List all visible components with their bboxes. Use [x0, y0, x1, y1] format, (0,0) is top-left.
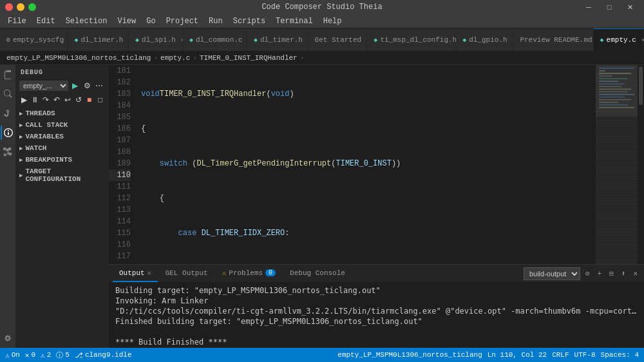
activity-search[interactable] — [1, 87, 15, 101]
tab-readme[interactable]: Preview README.md ✕ — [513, 28, 593, 51]
sidebar-target-header[interactable]: ▶ TARGET CONFIGURATION — [15, 166, 109, 184]
sidebar-variables-header[interactable]: ▶ VARIABLES — [15, 131, 109, 142]
activity-settings[interactable] — [1, 331, 15, 345]
scroll-thumb[interactable] — [639, 66, 643, 105]
status-git[interactable]: ⎇ clang9.idle — [75, 351, 132, 359]
status-errors[interactable]: ✕ 0 — [25, 351, 35, 359]
output-source-select[interactable]: build-output — [524, 267, 580, 280]
terminal-tab-problems[interactable]: ⚠ Problems 0 — [216, 265, 282, 282]
debug-continue-btn[interactable]: ▶ — [19, 94, 29, 106]
terminal-new-btn[interactable]: + — [595, 269, 605, 279]
debug-pause-btn[interactable]: ⏸ — [30, 94, 40, 106]
status-encoding[interactable]: UTF-8 — [574, 351, 596, 359]
tab-dl-spi[interactable]: ◆ dl_spi.h ✕ — [129, 28, 183, 51]
code-line-183: switch (DL_TimerG_getPendingInterrupt(TI… — [141, 158, 596, 169]
status-file-project[interactable]: empty_LP_MSPM0L1306_nortos_ticlang — [337, 351, 482, 359]
breadcrumb-item-2[interactable]: empty.c — [160, 54, 190, 62]
terminal-tab-output[interactable]: Output ✕ — [113, 265, 158, 282]
activity-explorer[interactable] — [1, 68, 15, 82]
threads-arrow-icon: ▶ — [19, 110, 23, 117]
terminal-close-btn[interactable]: ✕ — [630, 268, 640, 279]
debug-restart-btn[interactable]: ↺ — [73, 94, 83, 106]
tab-label: Get Started — [315, 36, 362, 44]
menu-scripts[interactable]: Scripts — [228, 15, 270, 27]
tab-empty-syscfg[interactable]: ⚙ empty_syscfg ✕ — [0, 28, 68, 51]
activity-debug[interactable] — [1, 126, 15, 140]
menu-run[interactable]: Run — [204, 15, 228, 27]
vertical-scrollbar[interactable] — [638, 65, 644, 264]
code-content[interactable]: void TIMER_0_INST_IRQHandler(void) { swi… — [135, 65, 596, 264]
sidebar-callstack-header[interactable]: ▶ CALL STACK — [15, 120, 109, 130]
build-line-5 — [115, 327, 638, 337]
tab-ti-msp[interactable]: ◆ ti_msp_dl_config.h ✕ — [367, 28, 456, 51]
status-info[interactable]: ⓘ 5 — [56, 350, 70, 360]
breadcrumb-item-1[interactable]: empty_LP_MSPM0L1306_nortos_ticlang — [6, 54, 151, 62]
sidebar-title: DEBUG — [15, 65, 109, 79]
debug-settings-btn[interactable]: ⚙ — [82, 80, 93, 91]
debug-more-btn[interactable]: ⋯ — [94, 80, 105, 91]
terminal-tab-debug-console[interactable]: Debug Console — [283, 265, 352, 282]
code-editor[interactable]: 181 182 183 184 185 186 187 188 189 110 … — [109, 65, 644, 264]
menu-project[interactable]: Project — [161, 15, 204, 27]
git-icon: ⎇ — [75, 351, 83, 359]
debug-step-over-btn[interactable]: ↷ — [41, 94, 51, 106]
status-debug[interactable]: ⚠ On — [5, 351, 20, 359]
activity-source-control[interactable] — [1, 106, 15, 120]
minimap-content — [596, 65, 638, 264]
tab-empty-c[interactable]: ◆ empty.c ✕ — [594, 28, 644, 51]
debug-console-tab-label: Debug Console — [290, 269, 345, 277]
editor-area: 181 182 183 184 185 186 187 188 189 110 … — [109, 65, 644, 348]
restore-btn[interactable]: □ — [600, 0, 618, 14]
menu-go[interactable]: Go — [141, 15, 160, 27]
status-debug-icon: ⚠ — [5, 351, 10, 359]
terminal-tab-gel[interactable]: GEL Output — [159, 265, 214, 282]
status-eol[interactable]: CRLF — [552, 351, 569, 359]
menu-help[interactable]: Help — [318, 15, 347, 27]
sidebar-breakpoints-header[interactable]: ▶ BREAKPOINTS — [15, 155, 109, 165]
tab-label: empty.c — [607, 36, 636, 44]
target-arrow-icon: ▶ — [19, 172, 23, 179]
activity-extensions[interactable] — [1, 145, 15, 159]
debug-config-select[interactable]: empty_... — [19, 81, 68, 91]
debug-stop-btn[interactable]: ■ — [84, 94, 94, 106]
close-btn[interactable]: ✕ — [621, 0, 639, 14]
debug-start-btn[interactable]: ▶ — [70, 80, 80, 91]
status-right: empty_LP_MSPM0L1306_nortos_ticlang Ln 11… — [337, 351, 639, 359]
sidebar-threads-header[interactable]: ▶ THREADS — [15, 108, 109, 119]
title-bar: Code Composer Studio Theia ─ □ ✕ — [0, 0, 644, 14]
debug-step-out-btn[interactable]: ↩ — [63, 94, 73, 106]
tab-label: dl_gpio.h — [469, 36, 507, 44]
tab-label: Preview README.md — [520, 36, 592, 44]
terminal-clear-btn[interactable]: ⊘ — [583, 268, 592, 279]
tab-dl-gpio[interactable]: ◆ dl_gpio.h ✕ — [456, 28, 513, 51]
tab-dl-timer2[interactable]: ◆ dl_timer.h ✕ — [247, 28, 308, 51]
tab-label: dl_timer.h — [260, 36, 303, 44]
terminal-maximize-btn[interactable]: ⬆ — [619, 268, 629, 279]
status-warnings[interactable]: ⚠ 2 — [41, 351, 51, 359]
minimize-btn[interactable]: ─ — [580, 0, 598, 14]
svg-rect-1 — [599, 70, 605, 71]
menu-bar: File Edit Selection View Go Project Run … — [0, 14, 644, 28]
menu-terminal[interactable]: Terminal — [270, 15, 318, 27]
breadcrumb-item-3[interactable]: TIMER_0_INST_IRQHandler — [200, 54, 298, 62]
menu-selection[interactable]: Selection — [61, 15, 113, 27]
debug-disconnect-btn[interactable]: □ — [95, 94, 105, 106]
maximize-window-btn[interactable] — [28, 3, 36, 11]
minimize-window-btn[interactable] — [17, 3, 24, 11]
menu-file[interactable]: File — [3, 15, 32, 27]
debug-step-into-btn[interactable]: ↶ — [52, 94, 62, 106]
menu-view[interactable]: View — [112, 15, 141, 27]
tab-close[interactable]: ✕ — [641, 36, 644, 44]
terminal-split-btn[interactable]: ⊟ — [607, 268, 616, 279]
menu-edit[interactable]: Edit — [32, 15, 61, 27]
close-window-btn[interactable] — [5, 3, 13, 11]
tab-icon: ◆ — [74, 36, 78, 44]
output-tab-close[interactable]: ✕ — [147, 269, 151, 277]
tab-dl-timer[interactable]: ◆ dl_timer.h ✕ — [68, 28, 129, 51]
status-position[interactable]: Ln 110, Col 22 — [488, 351, 547, 359]
tab-dl-common[interactable]: ◆ dl_common.c ✕ — [183, 28, 247, 51]
tab-icon: ◆ — [135, 36, 139, 44]
sidebar-watch-header[interactable]: ▶ WATCH — [15, 143, 109, 153]
tab-get-started[interactable]: Get Started ✕ — [308, 28, 368, 51]
status-indent[interactable]: Spaces: 4 — [601, 351, 639, 359]
